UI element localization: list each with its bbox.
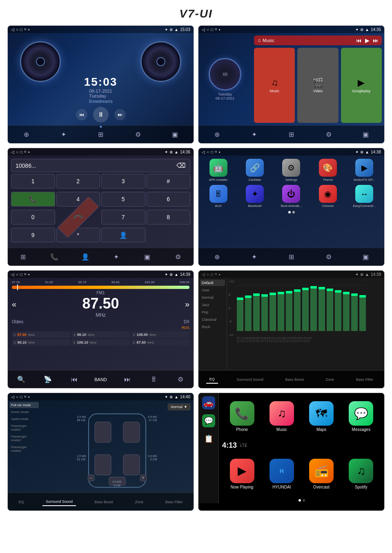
nav-settings-4[interactable]: ⚙: [322, 251, 335, 264]
preset-default[interactable]: Default: [200, 280, 225, 286]
carplay-app-hyundai[interactable]: H HYUNDAI: [262, 455, 301, 493]
tab-zone-7[interactable]: Zone: [132, 498, 147, 506]
next-button[interactable]: ⏭: [114, 109, 126, 120]
app-androits[interactable]: ▶ AndroiTS GP...: [348, 159, 381, 182]
preset-pop[interactable]: Pop: [200, 309, 225, 315]
back-icon-7[interactable]: ◁: [11, 395, 14, 399]
apps-icon[interactable]: □: [20, 27, 22, 32]
tab-bass-boost[interactable]: Bass Boost: [282, 376, 307, 383]
music-play[interactable]: ▶: [365, 37, 370, 44]
nav-cam-icon[interactable]: ▣: [169, 128, 182, 141]
page-dot-1[interactable]: [288, 211, 291, 213]
tab-bass-boost-7[interactable]: Bass Boost: [91, 498, 116, 506]
carplay-app-phone[interactable]: 📞 Phone: [222, 398, 262, 435]
nav-map-icon[interactable]: ⊕: [20, 128, 33, 141]
decrease-button[interactable]: −: [88, 475, 94, 481]
home-icon-2[interactable]: ○: [207, 27, 209, 32]
seek-right-button[interactable]: »: [185, 300, 189, 309]
prev-button[interactable]: ⏮: [76, 109, 87, 120]
page-dot-2[interactable]: [292, 211, 295, 213]
preset-4[interactable]: 4 106.10 MHz: [71, 339, 130, 346]
mode-passenger2[interactable]: Passenger mode2: [9, 433, 39, 443]
home-icon-6[interactable]: ○: [207, 272, 209, 277]
key-3[interactable]: 3: [101, 174, 145, 189]
mode-passenger3[interactable]: Passenger mode3: [9, 444, 39, 454]
home-icon-5[interactable]: ○: [16, 272, 18, 277]
nav-settings-3[interactable]: ⚙: [172, 251, 185, 264]
increase-button[interactable]: +: [140, 475, 147, 481]
preset-1[interactable]: 1 87.50 MHz: [12, 331, 70, 338]
home-icon-4[interactable]: ○: [207, 150, 209, 154]
key-7[interactable]: 7: [101, 210, 145, 224]
app-aux[interactable]: 🎚 AUX: [202, 185, 235, 208]
carplay-messages-icon[interactable]: 💬: [202, 414, 215, 427]
app-settings[interactable]: ⚙ Settings: [275, 159, 308, 182]
home-icon-3[interactable]: ○: [16, 150, 18, 154]
preset-rock[interactable]: Rock: [200, 324, 225, 330]
mode-full-car[interactable]: Full car mode: [9, 402, 39, 408]
preset-5[interactable]: 5 108.00 MHz: [131, 331, 189, 338]
band-button[interactable]: BAND: [94, 373, 107, 386]
key-1[interactable]: 1: [11, 174, 55, 189]
tab-eq[interactable]: EQ: [206, 375, 218, 384]
prev-station-button[interactable]: ⏮: [68, 373, 81, 386]
tab-bass-filter-7[interactable]: Bass Filter: [162, 498, 186, 506]
apps-icon-2[interactable]: □: [211, 27, 213, 32]
back-icon-5[interactable]: ◁: [11, 272, 14, 277]
back-icon-4[interactable]: ◁: [202, 150, 205, 154]
backspace-button[interactable]: ⌫: [176, 162, 186, 169]
preset-2[interactable]: 2 90.10 MHz: [12, 339, 70, 346]
app-bluetooth[interactable]: ✦ Bluetooth: [238, 185, 271, 208]
call-button[interactable]: 📞: [11, 192, 55, 207]
nav-map-2[interactable]: ⊕: [211, 128, 224, 141]
carplay-app-overcast[interactable]: 📻 Overcast: [302, 455, 341, 493]
nav-apps-4[interactable]: ⊞: [285, 251, 298, 264]
mode-passenger1[interactable]: Passenger mode1: [9, 423, 39, 433]
nav-map-4[interactable]: ⊕: [211, 251, 224, 264]
carplay-app-music[interactable]: ♫ Music: [262, 398, 301, 435]
key-hash[interactable]: #: [147, 174, 191, 189]
preset-3[interactable]: 3 98.10 MHz: [71, 331, 130, 338]
nav-bt2-3[interactable]: ▣: [140, 251, 154, 264]
app-chrome[interactable]: ◉ Chrome: [311, 185, 344, 208]
key-8[interactable]: 8: [147, 210, 191, 224]
music-next[interactable]: ⏭: [373, 37, 379, 44]
preset-jazz[interactable]: Jazz: [200, 302, 225, 308]
key-9[interactable]: 9: [11, 228, 55, 242]
next-station-button[interactable]: ⏭: [121, 373, 134, 386]
carplay-dot-1[interactable]: [298, 499, 301, 502]
mode-copilot[interactable]: Cpilot mode: [9, 416, 39, 422]
eq-button-radio[interactable]: 🎚: [147, 373, 160, 386]
contact-button[interactable]: 👤: [101, 228, 145, 242]
carplay-app-spotify[interactable]: ♫ Spotify: [341, 455, 381, 493]
preset-6[interactable]: 6 87.50 MHz: [131, 339, 189, 346]
radio-settings-button[interactable]: ⚙: [174, 373, 187, 386]
app-carmate[interactable]: 🔗 CarMate: [238, 159, 271, 182]
back-icon[interactable]: ◁: [11, 27, 14, 32]
scan-button[interactable]: 📡: [41, 373, 54, 386]
back-icon-3[interactable]: ◁: [11, 150, 14, 154]
mode-driver[interactable]: Driver mode: [9, 409, 39, 415]
tab-bass-filter[interactable]: Bass Filter: [353, 376, 377, 383]
nav-apps-3[interactable]: ⊞: [17, 251, 30, 264]
back-icon-6[interactable]: ◁: [202, 272, 205, 277]
carplay-app-maps[interactable]: 🗺 Maps: [302, 398, 341, 435]
app-tile-music[interactable]: ♫ Music: [254, 48, 295, 123]
nav-bt-3[interactable]: ✦: [109, 251, 122, 264]
back-icon-2[interactable]: ◁: [202, 27, 205, 32]
nav-cam-2[interactable]: ▣: [359, 128, 372, 141]
carplay-home-icon[interactable]: 🚗: [202, 396, 215, 409]
key-2[interactable]: 2: [56, 174, 100, 189]
key-5[interactable]: 5: [101, 192, 145, 207]
app-apk-installer[interactable]: 🤖 APK installer: [202, 159, 235, 182]
nav-bt-2[interactable]: ✦: [248, 128, 261, 141]
seek-left-button[interactable]: «: [12, 300, 16, 309]
app-theme[interactable]: 🎨 Theme: [311, 159, 344, 182]
nav-call-3[interactable]: 📞: [48, 251, 61, 264]
home-icon[interactable]: ○: [16, 27, 18, 32]
home-icon-7[interactable]: ○: [16, 395, 18, 399]
apps-icon-4[interactable]: □: [211, 150, 213, 154]
play-pause-button[interactable]: ⏸: [93, 107, 109, 122]
search-button[interactable]: 🔍: [15, 373, 28, 386]
tab-surround[interactable]: Surround Sound: [233, 376, 267, 383]
